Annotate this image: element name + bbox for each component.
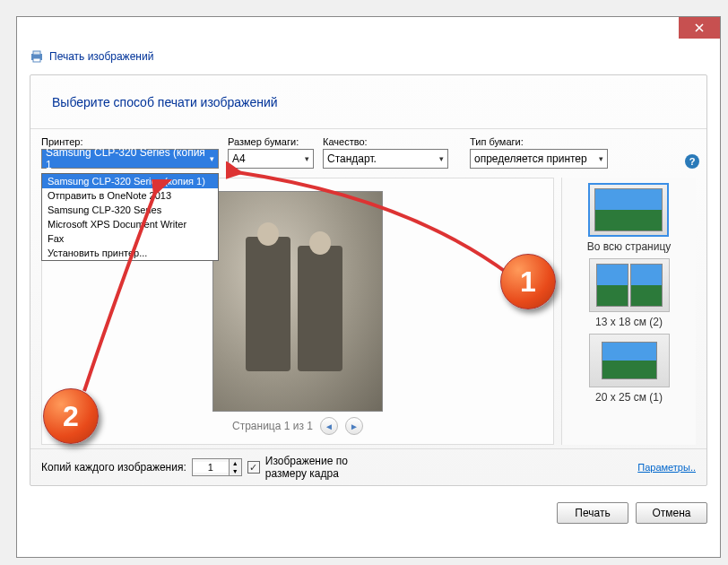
chevron-down-icon: ▾ xyxy=(305,154,309,163)
copies-label: Копий каждого изображения: xyxy=(41,461,186,474)
layout-option-20x25[interactable]: 20 x 25 см (1) xyxy=(589,334,670,404)
titlebar xyxy=(17,17,720,44)
dialog-window: Печать изображений Выберите способ печат… xyxy=(16,16,721,558)
paper-type-combo[interactable]: определяется принтер ▾ xyxy=(470,149,608,169)
cancel-button[interactable]: Отмена xyxy=(636,502,707,524)
spin-down-icon[interactable]: ▼ xyxy=(229,467,241,475)
copies-spinner[interactable]: ▲▼ xyxy=(192,458,242,476)
layout-label: Во всю страницу xyxy=(587,240,672,253)
quality-selected: Стандарт. xyxy=(327,152,377,165)
fit-checkbox[interactable]: ✓ xyxy=(247,461,260,474)
chevron-down-icon: ▾ xyxy=(210,154,214,163)
close-button[interactable] xyxy=(679,17,720,39)
window-title: Печать изображений xyxy=(49,50,153,63)
printer-dropdown-list: Samsung CLP-320 Series (копия 1) Отправи… xyxy=(41,173,219,261)
layouts-pane: Во всю страницу 13 x 18 см (2) 20 x 25 с… xyxy=(561,178,696,445)
printer-option[interactable]: Отправить в OneNote 2013 xyxy=(42,188,218,203)
printer-option[interactable]: Samsung CLP-320 Series (копия 1) xyxy=(42,174,218,188)
preview-image xyxy=(212,191,383,412)
printer-option[interactable]: Fax xyxy=(42,231,218,246)
next-page-button[interactable]: ► xyxy=(345,417,363,435)
fit-label: Изображение по размеру кадра xyxy=(265,455,364,480)
printer-option[interactable]: Установить принтер... xyxy=(42,246,218,260)
page-indicator: Страница 1 из 1 xyxy=(232,420,313,432)
close-icon xyxy=(695,23,704,32)
quality-combo[interactable]: Стандарт. ▾ xyxy=(323,149,448,169)
paper-type-selected: определяется принтер xyxy=(474,152,587,165)
annotation-badge-1: 1 xyxy=(500,254,556,309)
svg-rect-1 xyxy=(33,51,40,55)
pager: Страница 1 из 1 ◄ ► xyxy=(232,417,363,435)
help-icon[interactable]: ? xyxy=(685,154,699,169)
printer-option[interactable]: Microsoft XPS Document Writer xyxy=(42,217,218,231)
layout-label: 20 x 25 см (1) xyxy=(595,391,663,404)
controls-row: Принтер: Samsung CLP-320 Series (копия 1… xyxy=(30,129,706,172)
options-link[interactable]: Параметры.. xyxy=(637,462,696,473)
annotation-badge-2: 2 xyxy=(43,388,99,444)
quality-label: Качество: xyxy=(323,136,448,147)
printer-combo[interactable]: Samsung CLP-320 Series (копия 1 ▾ xyxy=(41,149,219,169)
svg-rect-2 xyxy=(33,58,40,62)
prev-page-button[interactable]: ◄ xyxy=(320,417,338,435)
main-panel: Выберите способ печати изображений Принт… xyxy=(30,74,707,486)
button-row: Печать Отмена xyxy=(17,495,720,535)
header-row: Печать изображений xyxy=(17,44,720,69)
footer-row: Копий каждого изображения: ▲▼ ✓ Изображе… xyxy=(30,448,706,485)
print-button[interactable]: Печать xyxy=(557,502,628,524)
chevron-down-icon: ▾ xyxy=(439,154,444,163)
layout-label: 13 x 18 см (2) xyxy=(595,316,663,328)
paper-size-label: Размер бумаги: xyxy=(228,136,314,147)
paper-type-label: Тип бумаги: xyxy=(470,136,608,147)
printer-option[interactable]: Samsung CLP-320 Series xyxy=(42,203,218,217)
paper-size-combo[interactable]: A4 ▾ xyxy=(228,149,314,169)
paper-size-selected: A4 xyxy=(232,152,246,165)
layout-option-13x18[interactable]: 13 x 18 см (2) xyxy=(589,258,670,328)
spin-up-icon[interactable]: ▲ xyxy=(229,459,241,467)
copies-input[interactable] xyxy=(193,462,229,473)
chevron-down-icon: ▾ xyxy=(599,154,603,163)
printer-selected: Samsung CLP-320 Series (копия 1 xyxy=(46,146,210,171)
printer-icon xyxy=(30,49,44,64)
layout-option-full[interactable]: Во всю страницу xyxy=(587,183,672,253)
instruction-text: Выберите способ печати изображений xyxy=(30,75,706,129)
